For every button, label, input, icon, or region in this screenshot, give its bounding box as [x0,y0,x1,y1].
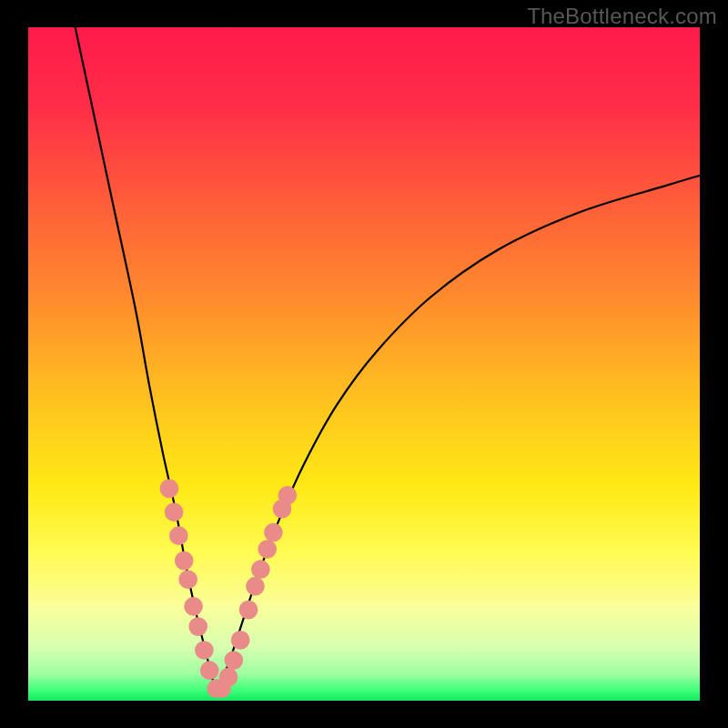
sample-dot [264,523,283,542]
sample-dot [231,631,250,650]
outer-frame: TheBottleneck.com [0,0,728,728]
sample-dot [219,668,238,687]
sample-dot [251,560,270,579]
gradient-background [28,27,700,701]
sample-dot [188,617,207,636]
sample-dot [278,486,298,505]
sample-dot [184,597,203,616]
sample-dot [225,651,244,670]
sample-dot [246,577,265,596]
sample-dot [200,661,219,680]
sample-dot [258,540,277,559]
sample-dot [195,641,214,660]
sample-dot [160,480,179,499]
sample-dot [169,526,188,545]
sample-dot [239,601,258,620]
sample-dot [178,570,197,589]
chart-area [28,27,700,701]
watermark-text: TheBottleneck.com [527,4,717,29]
sample-dot [165,502,184,521]
chart-svg [28,27,700,701]
sample-dot [175,551,194,571]
